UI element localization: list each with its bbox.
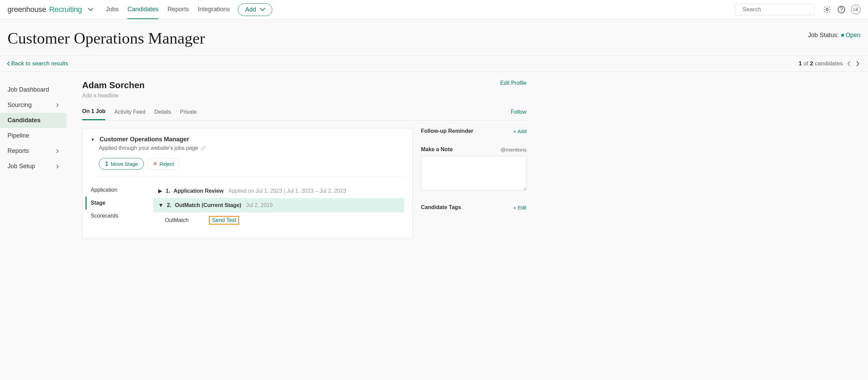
settings-button[interactable] (822, 5, 832, 14)
note-textarea[interactable] (421, 156, 527, 191)
stage-row-1[interactable]: ▶ 1. Application Review Applied on Jul 1… (153, 184, 404, 198)
left-sidebar: Job Dashboard Sourcing Candidates Pipeli… (0, 72, 66, 239)
pager-current: 1 (798, 60, 802, 67)
headline-placeholder[interactable]: Add a headline (82, 93, 145, 99)
sidebar-item-reports[interactable]: Reports (0, 143, 66, 159)
chevron-down-icon (88, 8, 93, 11)
nav-candidates[interactable]: Candidates (127, 0, 158, 19)
back-link[interactable]: Back to search results (7, 60, 68, 67)
search-box[interactable] (735, 4, 815, 15)
stage-1-label: Application Review (173, 188, 224, 194)
tab-activity-feed[interactable]: Activity Feed (114, 109, 146, 120)
candidate-name: Adam Sorchen (82, 80, 145, 91)
x-icon: ✕ (153, 161, 157, 167)
status-dot-icon (841, 34, 844, 37)
right-rail: Follow-up Reminder + Add Make a Note @me… (421, 128, 527, 239)
follow-link[interactable]: Follow (511, 109, 527, 120)
add-button-label: Add (245, 6, 256, 13)
reject-button[interactable]: ✕ Reject (147, 158, 180, 170)
chevron-right-icon (56, 103, 59, 107)
top-nav: Jobs Candidates Reports Integrations (106, 0, 230, 19)
user-avatar[interactable]: LB (851, 5, 861, 14)
pager-prev[interactable] (846, 61, 852, 67)
nav-integrations[interactable]: Integrations (198, 0, 230, 19)
stage-2-label: OutMatch (Current Stage) (175, 202, 241, 208)
nav-jobs[interactable]: Jobs (106, 0, 119, 19)
card-job-name: Customer Operations Manager (100, 136, 189, 143)
tab-private[interactable]: Private (180, 109, 197, 120)
job-status-label: Job Status: (808, 32, 839, 38)
pencil-icon (201, 145, 206, 151)
followup-add[interactable]: + Add (513, 128, 527, 134)
gear-icon (823, 5, 831, 14)
help-button[interactable] (837, 5, 846, 14)
applied-via-text: Applied through your website's jobs page (99, 145, 198, 151)
job-status: Job Status: Open (808, 29, 861, 39)
stage-left-nav: Application Stage Scorecards (91, 184, 153, 228)
job-status-value: Open (846, 32, 861, 38)
stage-2-detail: OutMatch Send Test (153, 212, 404, 228)
job-card: ▼ Customer Operations Manager Applied th… (82, 128, 413, 239)
logo-text-recruiting: Recruiting (49, 5, 82, 14)
tab-details[interactable]: Details (154, 109, 171, 120)
nav-reports[interactable]: Reports (167, 0, 189, 19)
pager-total: 2 (810, 60, 813, 67)
sidebar-item-job-setup[interactable]: Job Setup (0, 159, 66, 174)
move-stage-button[interactable]: Move Stage (99, 158, 144, 170)
collapse-toggle[interactable]: ▼ (91, 137, 95, 142)
caret-right-icon: ▶ (158, 188, 162, 194)
tags-title: Candidate Tags (421, 204, 461, 210)
mentions-link[interactable]: @mentions (501, 147, 527, 153)
stage-nav-stage[interactable]: Stage (86, 196, 153, 209)
stage-nav-scorecards[interactable]: Scorecards (91, 209, 153, 222)
stage-1-meta: Applied on Jul 1, 2023 | Jul 1, 2023 – J… (228, 188, 346, 194)
logo-text-greenhouse: greenhouse (7, 5, 46, 14)
app-logo[interactable]: greenhouseRecruiting (7, 5, 93, 14)
page-title: Customer Operations Manager (7, 29, 205, 47)
followup-title: Follow-up Reminder (421, 128, 473, 134)
sidebar-item-sourcing[interactable]: Sourcing (0, 97, 66, 113)
svg-point-2 (826, 9, 828, 11)
move-icon (105, 161, 109, 166)
svg-point-4 (841, 11, 842, 12)
tab-on-job[interactable]: On 1 Job (82, 108, 105, 120)
help-icon (837, 5, 846, 14)
chevron-right-icon (56, 164, 59, 169)
chevron-left-icon (7, 61, 10, 66)
stage-2-meta: Jul 2, 2019 (246, 202, 273, 208)
chevron-right-icon (56, 149, 59, 153)
tags-edit[interactable]: + Edit (513, 205, 527, 210)
add-button[interactable]: Add (238, 3, 272, 16)
note-title: Make a Note (421, 146, 453, 153)
edit-source-button[interactable] (201, 145, 206, 151)
interview-name: OutMatch (165, 217, 188, 223)
edit-profile-link[interactable]: Edit Profile (500, 80, 527, 86)
sidebar-item-pipeline[interactable]: Pipeline (0, 128, 66, 143)
sidebar-item-candidates[interactable]: Candidates (0, 113, 66, 128)
chevron-down-icon (260, 8, 265, 11)
stage-row-2[interactable]: ▼ 2. OutMatch (Current Stage) Jul 2, 201… (153, 198, 404, 212)
search-input[interactable] (743, 6, 815, 13)
send-test-button[interactable]: Send Test (209, 216, 239, 225)
caret-down-icon: ▼ (158, 202, 164, 208)
stage-nav-application[interactable]: Application (91, 184, 153, 196)
sidebar-item-job-dashboard[interactable]: Job Dashboard (0, 82, 66, 97)
candidate-pager: 1 of 2 candidates (798, 60, 861, 67)
back-link-label: Back to search results (11, 60, 68, 67)
pager-next[interactable] (855, 61, 861, 67)
candidate-tabs: On 1 Job Activity Feed Details Private F… (82, 108, 527, 121)
